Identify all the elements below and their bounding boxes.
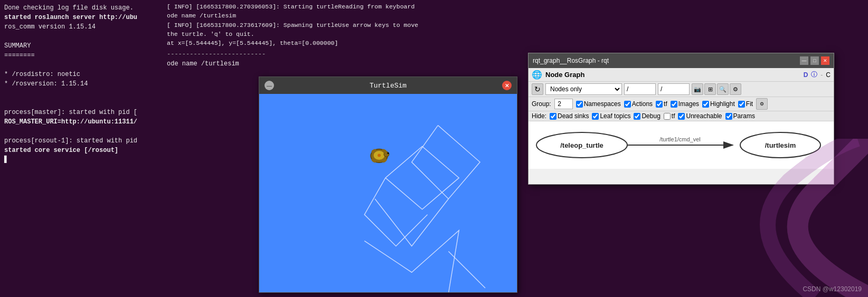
terminal-left-params: * /rosdistro: noetic xyxy=(4,70,159,79)
terminal-left-blank4 xyxy=(4,98,159,108)
debug-checkbox[interactable] xyxy=(634,113,640,120)
terminal-mid-line1: [ INFO] [1665317800.270396053]: Starting… xyxy=(167,2,419,11)
leaf-topics-text: Leaf topics xyxy=(600,112,630,120)
settings-button[interactable]: ⚙ xyxy=(730,83,741,95)
images-checkbox[interactable] xyxy=(671,101,677,108)
actions-checkbox[interactable] xyxy=(624,101,631,108)
highlight-checkbox[interactable] xyxy=(702,101,709,108)
terminal-left-blank3 xyxy=(4,89,159,98)
images-checkbox-label[interactable]: Images xyxy=(671,100,699,108)
expand-icon: C xyxy=(826,71,831,79)
ng-hide-row: Hide: Dead sinks Leaf topics Debug tf Un… xyxy=(529,111,834,121)
rqt-close-button[interactable]: ✕ xyxy=(821,56,829,65)
rqt-title-text: rqt_graph__RosGraph - rqt xyxy=(533,57,609,64)
turtlesim-title: TurtleSim xyxy=(274,82,502,90)
images-label: Images xyxy=(678,100,699,108)
rqt-window-controls: — □ ✕ xyxy=(800,56,829,65)
rqt-window: rqt_graph__RosGraph - rqt — □ ✕ 🌐 Node G… xyxy=(528,53,834,185)
screenshot-button[interactable]: 📷 xyxy=(692,83,703,95)
namespaces-label: Namespaces xyxy=(584,100,621,108)
turtlesim-close-controls: ✕ xyxy=(502,81,512,90)
turtle-drawing-svg xyxy=(259,94,517,292)
terminal-left-rosdistro: * /rosversion: 1.15.14 xyxy=(4,79,159,89)
tf-label: tf xyxy=(664,100,667,108)
fit-button[interactable]: ⊞ xyxy=(704,83,716,95)
terminal-left-blank1 xyxy=(4,32,159,41)
group-spinner[interactable] xyxy=(554,99,573,109)
terminal-left-blank5 xyxy=(4,127,159,136)
terminal-mid-line3: [ INFO] [1665317800.273617609]: Spawning… xyxy=(167,21,419,39)
params-text: Params xyxy=(733,112,755,120)
rqt-minimize-button[interactable]: — xyxy=(800,56,808,65)
tf-checkbox[interactable] xyxy=(656,101,663,108)
fit-checkbox[interactable] xyxy=(738,101,745,108)
hide-tf-text: tf xyxy=(672,112,675,120)
csdn-watermark: CSDN @w12302019 xyxy=(803,285,862,293)
dead-sinks-label[interactable]: Dead sinks xyxy=(550,112,589,120)
dead-sinks-text: Dead sinks xyxy=(558,112,589,120)
ng-panel-title: Node Graph xyxy=(545,71,584,79)
unreachable-text: Unreachable xyxy=(686,112,722,120)
node-graph-svg: /turtle1/cmd_vel /teleop_turtle /turtles… xyxy=(529,121,834,169)
svg-point-8 xyxy=(388,152,389,154)
actions-checkbox-label[interactable]: Actions xyxy=(624,100,653,108)
terminal-mid-line2: ode name /turtlesim xyxy=(167,11,419,20)
terminal-mid-line4: at x=[5.544445], y=[5.544445], theta=[0.… xyxy=(167,39,419,47)
terminal-left-rosout: started core service [/rosout] xyxy=(4,146,159,155)
terminal-left-cursor: ▋ xyxy=(4,155,159,165)
debug-text: Debug xyxy=(641,112,660,120)
rqt-maximize-button[interactable]: □ xyxy=(810,56,819,65)
svg-line-0 xyxy=(448,251,485,288)
namespaces-checkbox-label[interactable]: Namespaces xyxy=(576,100,621,108)
turtlesim-node-label: /turtlesim xyxy=(765,141,796,149)
extra-settings-button[interactable]: ⚙ xyxy=(756,98,768,110)
refresh-button[interactable]: ↻ xyxy=(532,83,543,95)
terminal-left-equals: ======== xyxy=(4,51,159,60)
turtlesim-canvas xyxy=(259,94,517,292)
unreachable-label[interactable]: Unreachable xyxy=(678,112,722,120)
dead-sinks-checkbox[interactable] xyxy=(550,113,556,120)
turtlesim-win-controls: — xyxy=(265,81,274,90)
node-filter-dropdown[interactable]: Nodes onlyNodes/Topics (all)Nodes/Topics… xyxy=(545,83,622,95)
params-checkbox[interactable] xyxy=(725,113,732,120)
ng-graph-area[interactable]: /turtle1/cmd_vel /teleop_turtle /turtles… xyxy=(529,121,834,169)
leaf-topics-label[interactable]: Leaf topics xyxy=(592,112,630,120)
terminal-left-line2: started roslaunch server http://ubu xyxy=(4,13,159,22)
params-label[interactable]: Params xyxy=(725,112,755,120)
ros-icon: 🌐 xyxy=(532,70,542,80)
highlight-checkbox-label[interactable]: Highlight xyxy=(702,100,735,108)
leaf-topics-checkbox[interactable] xyxy=(592,113,599,120)
info-icon: ⓘ xyxy=(811,70,817,79)
debug-label[interactable]: Debug xyxy=(634,112,660,120)
fit-checkbox-label[interactable]: Fit xyxy=(738,100,753,108)
unreachable-checkbox[interactable] xyxy=(678,113,685,120)
dash-separator: - xyxy=(820,71,823,79)
namespace-filter-input[interactable] xyxy=(624,83,656,95)
terminal-left-line1: Done checking log file disk usage. xyxy=(4,3,159,13)
turtlesim-minimize-button[interactable]: — xyxy=(265,81,274,90)
turtlesim-close-button[interactable]: ✕ xyxy=(502,81,512,90)
terminal-left-line3: ros_comm version 1.15.14 xyxy=(4,22,159,32)
namespaces-checkbox[interactable] xyxy=(576,101,583,108)
terminal-left-master: ROS_MASTER_URI=http://ubuntu:11311/ xyxy=(4,117,159,127)
fit-label: Fit xyxy=(746,100,753,108)
zoom-in-button[interactable]: 🔍 xyxy=(717,83,729,95)
tf-checkbox-label[interactable]: tf xyxy=(656,100,667,108)
toolbar-icon-group: 📷 ⊞ 🔍 ⚙ xyxy=(692,83,741,95)
ng-toolbar-row2[interactable]: ↻ Nodes onlyNodes/Topics (all)Nodes/Topi… xyxy=(529,82,834,97)
terminal-left-blank2 xyxy=(4,60,159,70)
turtle-sprite xyxy=(371,148,389,163)
hide-tf-checkbox[interactable] xyxy=(664,113,671,120)
teleop-turtle-label: /teleop_turtle xyxy=(560,141,603,149)
terminal-mid: [ INFO] [1665317800.270396053]: Starting… xyxy=(164,0,422,87)
hide-tf-label[interactable]: tf xyxy=(664,112,675,120)
turtlesim-window: — TurtleSim ✕ xyxy=(259,76,517,293)
terminal-left-summary: SUMMARY xyxy=(4,41,159,51)
d-icon: D xyxy=(804,71,808,79)
terminal-left-runid: process[rosout-1]: started with pid xyxy=(4,136,159,146)
svg-point-9 xyxy=(378,154,381,157)
terminal-left-autostart: process[master]: started with pid [ xyxy=(4,108,159,117)
turtlesim-titlebar: — TurtleSim ✕ xyxy=(259,77,517,94)
topic-filter-input[interactable] xyxy=(658,83,690,95)
rqt-titlebar: rqt_graph__RosGraph - rqt — □ ✕ xyxy=(529,53,834,68)
